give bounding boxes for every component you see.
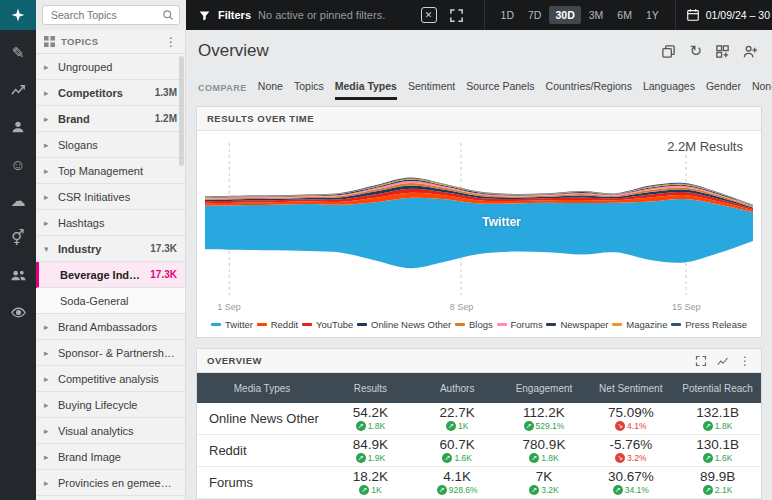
- sidebar-item-hashtags[interactable]: ▸Hashtags: [36, 210, 185, 236]
- legend-item-twitter[interactable]: Twitter: [211, 319, 253, 330]
- delta-value: 34.1%: [625, 485, 649, 495]
- sidebar-item-brand-ambassadors[interactable]: ▸Brand Ambassadors: [36, 314, 185, 340]
- sidebar-item-ungrouped[interactable]: ▸Ungrouped: [36, 54, 185, 80]
- legend-item-youtube[interactable]: YouTube: [302, 319, 353, 330]
- sidebar-item-label: CSR Initiatives: [58, 191, 177, 203]
- table-row-reddit[interactable]: Reddit 84.9K↗1.9K 60.7K↗1.6K 780.9K↗1.8K…: [197, 435, 761, 467]
- tab-gender[interactable]: Gender: [706, 80, 741, 100]
- kebab-menu-icon[interactable]: ⋮: [739, 354, 751, 368]
- range-1y[interactable]: 1Y: [640, 6, 665, 24]
- filters-button[interactable]: Filters: [218, 9, 251, 21]
- legend-label: Online News Other: [371, 319, 451, 330]
- sidebar-item-slogans[interactable]: ▸Slogans: [36, 132, 185, 158]
- expand-icon[interactable]: [695, 355, 707, 367]
- chevron-right-icon[interactable]: ▸: [44, 140, 53, 150]
- sidebar-item-count: 1.2M: [155, 113, 177, 124]
- delta-value: 4.1%: [627, 421, 646, 431]
- add-widget-icon[interactable]: [715, 44, 730, 59]
- chevron-right-icon[interactable]: ▸: [44, 166, 53, 176]
- legend-item-blogs[interactable]: Blogs: [455, 319, 493, 330]
- person-icon[interactable]: [9, 118, 27, 136]
- stream-chart[interactable]: 2.2M Results Twitter: [197, 131, 761, 302]
- cloud-icon[interactable]: ☁: [9, 192, 27, 210]
- legend-item-press-release[interactable]: Press Release: [671, 319, 747, 330]
- chevron-right-icon[interactable]: ▸: [44, 400, 53, 410]
- sidebar-item-top-management[interactable]: ▸Top Management: [36, 158, 185, 184]
- sidebar-item-competitive-analysis[interactable]: ▸Competitive analysis: [36, 366, 185, 392]
- col-header-results: Results: [327, 383, 414, 394]
- overview-panel-actions: ⋮: [695, 354, 751, 368]
- gender-icon[interactable]: ⚥: [9, 229, 27, 247]
- sidebar-scrollbar[interactable]: [179, 56, 184, 166]
- tab-non-binary-gender[interactable]: Non-binary gender: [752, 80, 772, 100]
- compare-tabs: COMPARE None Topics Media Types Sentimen…: [186, 72, 772, 100]
- range-1d[interactable]: 1D: [495, 6, 520, 24]
- sidebar-item-soda-general[interactable]: Soda-General: [36, 288, 185, 314]
- clear-filters-icon[interactable]: ✕: [421, 7, 437, 23]
- page-actions: ↻: [661, 42, 758, 60]
- chevron-right-icon[interactable]: ▸: [44, 478, 53, 488]
- delta-up-icon: ↗: [703, 453, 713, 463]
- range-30d[interactable]: 30D: [549, 6, 580, 24]
- line-chart-icon[interactable]: [9, 81, 27, 99]
- legend-item-magazine[interactable]: Magazine: [612, 319, 667, 330]
- chevron-right-icon[interactable]: ▸: [44, 114, 53, 124]
- sidebar-item-brand[interactable]: ▸Brand1.2M: [36, 106, 185, 132]
- tab-media-types[interactable]: Media Types: [335, 80, 397, 100]
- chevron-right-icon[interactable]: ▸: [44, 426, 53, 436]
- date-range-picker[interactable]: 01/09/24 – 30: [675, 0, 772, 30]
- table-row-online-news-other[interactable]: Online News Other 54.2K↗1.8K 22.7K↗1K 11…: [197, 403, 761, 435]
- chart-view-icon[interactable]: [717, 355, 729, 367]
- x-tick: 1 Sep: [217, 302, 241, 312]
- sidebar-item-provincies-en-gemeenten[interactable]: ▸Provincies en gemeenten: [36, 470, 185, 496]
- sidebar-item-label: Visual analytics: [58, 425, 177, 437]
- delta-up-icon: ↗: [446, 421, 456, 431]
- legend-item-forums[interactable]: Forums: [497, 319, 543, 330]
- legend-item-newspaper[interactable]: Newspaper: [546, 319, 608, 330]
- chevron-right-icon[interactable]: ▸: [44, 192, 53, 202]
- range-7d[interactable]: 7D: [522, 6, 547, 24]
- sidebar-item-beverage-industry[interactable]: Beverage Industry17.3K: [36, 262, 185, 288]
- range-6m[interactable]: 6M: [611, 6, 638, 24]
- sidebar-item-label: Brand: [58, 113, 150, 125]
- range-3m[interactable]: 3M: [583, 6, 610, 24]
- tab-none[interactable]: None: [258, 80, 283, 100]
- chevron-right-icon[interactable]: ▸: [44, 374, 53, 384]
- sidebar-item-sponsor-partnerships[interactable]: ▸Sponsor- & Partnerships: [36, 340, 185, 366]
- delta-value: 1.6K: [454, 453, 472, 463]
- tab-topics[interactable]: Topics: [294, 80, 324, 100]
- table-row-forums[interactable]: Forums 18.2K↗1K 4.1K↗928.6% 7K↗3.2K 30.6…: [197, 467, 761, 499]
- tab-countries-regions[interactable]: Countries/Regions: [546, 80, 632, 100]
- filter-funnel-icon: [198, 9, 211, 22]
- sidebar-item-csr-initiatives[interactable]: ▸CSR Initiatives: [36, 184, 185, 210]
- share-user-icon[interactable]: [743, 44, 758, 59]
- people-icon[interactable]: [9, 266, 27, 284]
- legend-item-reddit[interactable]: Reddit: [257, 319, 298, 330]
- app-logo[interactable]: [0, 0, 36, 30]
- chevron-down-icon[interactable]: ▾: [44, 244, 53, 254]
- chevron-right-icon[interactable]: ▸: [44, 452, 53, 462]
- sidebar-item-visual-analytics[interactable]: ▸Visual analytics: [36, 418, 185, 444]
- chevron-right-icon[interactable]: ▸: [44, 322, 53, 332]
- sidebar-item-label: Competitors: [58, 87, 150, 99]
- refresh-icon[interactable]: ↻: [689, 42, 702, 60]
- legend-item-online-news-other[interactable]: Online News Other: [357, 319, 451, 330]
- smiley-icon[interactable]: ☺: [9, 155, 27, 173]
- sidebar-item-competitors[interactable]: ▸Competitors1.3M: [36, 80, 185, 106]
- tab-source-panels[interactable]: Source Panels: [466, 80, 534, 100]
- chevron-right-icon[interactable]: ▸: [44, 348, 53, 358]
- chevron-right-icon[interactable]: ▸: [44, 62, 53, 72]
- fullscreen-icon[interactable]: [449, 8, 464, 23]
- tab-sentiment[interactable]: Sentiment: [408, 80, 455, 100]
- duplicate-icon[interactable]: [661, 44, 676, 59]
- chevron-right-icon[interactable]: ▸: [44, 88, 53, 98]
- edit-icon[interactable]: ✎: [9, 44, 27, 62]
- tab-languages[interactable]: Languages: [643, 80, 695, 100]
- kebab-menu-icon[interactable]: ⋮: [165, 35, 177, 49]
- sidebar-item-buying-lifecycle[interactable]: ▸Buying Lifecycle: [36, 392, 185, 418]
- eye-icon[interactable]: [9, 303, 27, 321]
- chevron-right-icon[interactable]: ▸: [44, 218, 53, 228]
- sidebar-item-industry[interactable]: ▾Industry17.3K: [36, 236, 185, 262]
- search-input[interactable]: [42, 5, 180, 25]
- sidebar-item-brand-image[interactable]: ▸Brand Image: [36, 444, 185, 470]
